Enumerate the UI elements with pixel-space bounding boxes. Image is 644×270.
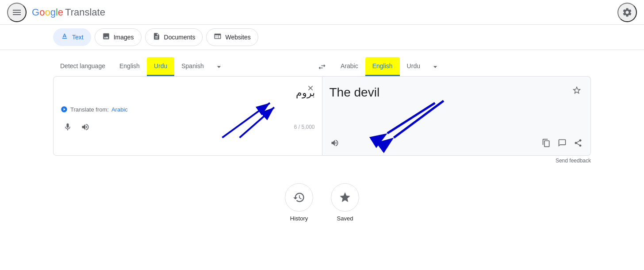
tab-text[interactable]: Text — [53, 28, 91, 46]
images-tab-icon — [102, 32, 110, 42]
bottom-actions: History Saved — [285, 183, 359, 222]
history-circle — [285, 183, 313, 212]
tab-text-label: Text — [72, 34, 84, 41]
saved-label: Saved — [337, 215, 353, 222]
source-text-display: بروم — [61, 84, 315, 102]
tab-websites[interactable]: Websites — [206, 28, 258, 46]
tab-websites-label: Websites — [225, 34, 250, 41]
tab-images-label: Images — [114, 34, 134, 41]
header: Google Translate — [0, 0, 644, 25]
saved-circle — [331, 183, 359, 212]
source-lang-panel: Detect language English Urdu Spanish — [53, 57, 310, 76]
target-top: The devil — [330, 84, 584, 107]
send-feedback-area: Send feedback — [0, 156, 644, 166]
source-mic-btn[interactable] — [61, 120, 75, 134]
source-urdu-btn[interactable]: Urdu — [147, 57, 174, 76]
clear-source-btn[interactable] — [304, 82, 317, 94]
target-panel: The devil — [322, 76, 591, 156]
translate-from-label: Translate from: — [70, 106, 109, 113]
source-spanish-btn[interactable]: Spanish — [174, 57, 211, 76]
send-feedback-link[interactable]: Send feedback — [556, 158, 591, 164]
tab-images[interactable]: Images — [95, 28, 142, 46]
tab-bar: Text Images Documents Websites — [0, 25, 644, 50]
target-arabic-btn[interactable]: Arabic — [334, 57, 365, 76]
bottom-section: History Saved — [0, 166, 644, 231]
share-translation-btn[interactable] — [571, 136, 585, 150]
translate-from: Translate from: Arabic — [61, 106, 315, 113]
tab-documents[interactable]: Documents — [145, 28, 203, 46]
target-more-languages-btn[interactable] — [427, 59, 443, 75]
source-actions — [61, 120, 92, 134]
source-english-btn[interactable]: English — [112, 57, 147, 76]
translate-from-lang[interactable]: Arabic — [111, 106, 128, 113]
char-count: 6 / 5,000 — [294, 124, 315, 130]
language-selectors: Detect language English Urdu Spanish Ara… — [53, 57, 591, 76]
translation-area: بروم Translate from: Arabic — [53, 76, 591, 156]
swap-languages-btn[interactable] — [314, 59, 330, 75]
documents-tab-icon — [153, 32, 161, 42]
logo[interactable]: Google Translate — [32, 7, 105, 18]
history-label: History — [290, 215, 308, 222]
source-panel: بروم Translate from: Arabic — [53, 76, 322, 156]
menu-button[interactable] — [7, 3, 27, 22]
target-lang-panel: Arabic English Urdu — [334, 57, 591, 76]
target-english-btn[interactable]: English — [365, 57, 400, 76]
target-speaker-btn[interactable] — [328, 136, 342, 150]
text-tab-icon — [61, 32, 69, 42]
target-actions — [539, 136, 585, 150]
header-left: Google Translate — [7, 3, 105, 22]
save-translation-btn[interactable] — [570, 84, 583, 99]
tab-documents-label: Documents — [164, 34, 196, 41]
target-bottom — [328, 136, 586, 150]
source-bottom: 6 / 5,000 — [61, 116, 315, 134]
svg-line-4 — [387, 103, 435, 133]
saved-action[interactable]: Saved — [331, 183, 359, 222]
translated-text: The devil — [330, 84, 380, 107]
websites-tab-icon — [214, 32, 222, 42]
rate-translation-btn[interactable] — [555, 136, 569, 150]
detect-language-btn[interactable]: Detect language — [53, 57, 112, 76]
copy-translation-btn[interactable] — [539, 136, 553, 150]
source-more-languages-btn[interactable] — [211, 59, 227, 75]
history-action[interactable]: History — [285, 183, 313, 222]
target-urdu-btn[interactable]: Urdu — [400, 57, 427, 76]
settings-button[interactable] — [617, 3, 637, 22]
main-content: Detect language English Urdu Spanish Ara… — [0, 50, 644, 156]
source-speaker-btn[interactable] — [78, 120, 92, 134]
